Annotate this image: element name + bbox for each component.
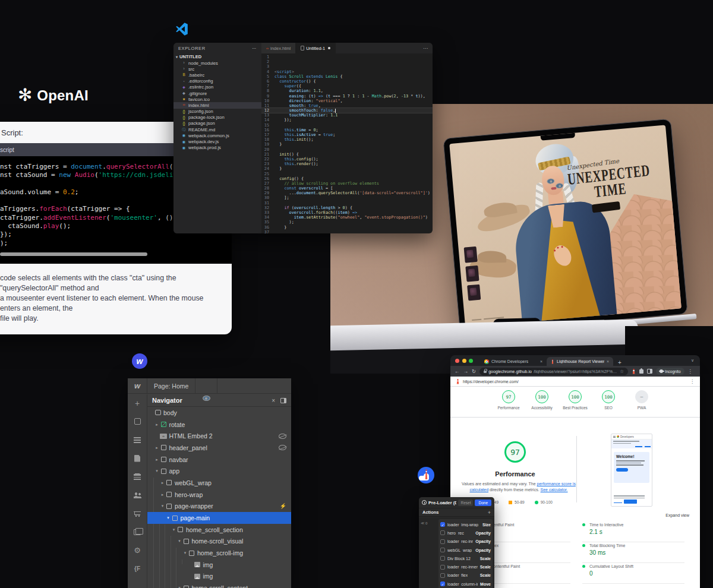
tab-lighthouse-report-viewer[interactable]: Lighthouse Report Viewer × [547,357,613,366]
tab-untitled-1[interactable]: Untitled-1 [296,43,336,53]
horizontal-scrollbar[interactable] [0,252,147,256]
tab-chrome-developers[interactable]: Chrome Developers × [480,357,547,366]
file-item[interactable]: ›node_modules [173,60,261,66]
action-checkbox[interactable] [440,548,445,552]
more-actions-icon[interactable]: ⋯ [252,46,257,51]
navigator-button[interactable] [132,435,143,445]
file-item[interactable]: ⓘREADME.md [173,127,261,132]
bookmark-star-icon[interactable]: ☆ [620,369,624,374]
action-row[interactable]: loader_rec-innerScale [440,562,491,571]
tree-row[interactable]: ▸navbar [147,454,291,466]
expand-arrow-icon[interactable]: ▾ [171,527,176,532]
action-row[interactable]: hero_recOpacity [440,529,491,537]
score-pwa[interactable]: —PWA [626,390,658,410]
expand-arrow-icon[interactable]: ▾ [166,516,171,520]
collapse-icon[interactable]: × [272,397,275,404]
action-row[interactable]: webGL_wrapOpacity [440,546,491,554]
file-item[interactable]: ◉webpack.common.js [173,132,261,138]
new-tab-button[interactable]: + [618,359,621,366]
tree-row[interactable]: body [147,407,291,419]
file-item[interactable]: {}jsconfig.json [173,109,261,115]
description-link[interactable]: See calculator. [541,488,568,492]
expand-view-link[interactable]: Expand view [665,513,689,517]
close-tab-icon[interactable]: × [540,359,542,363]
components-button[interactable] [132,416,143,426]
action-checkbox[interactable] [440,556,445,561]
file-item[interactable]: ◈.eslintrc.json [173,84,261,90]
editor-more-icon[interactable]: ⋯ [423,46,433,51]
code-editor[interactable]: 1234<script>5class Scroll extends Lenis … [261,53,433,233]
explorer-section-untitled[interactable]: UNTITLED [173,53,261,60]
performance-gauge[interactable]: 97 [504,441,526,463]
settings-button[interactable]: ⚙ [132,545,143,555]
tree-row[interactable]: ▸hero-wrap [147,489,291,501]
hidden-eye-icon[interactable] [279,445,286,450]
file-item[interactable]: ◦.editorconfig [173,78,261,84]
action-checkbox[interactable]: ✓ [440,522,445,527]
tree-row[interactable]: ▸webGL_wrap [147,477,291,489]
report-menu-icon[interactable]: ⋮ [690,379,695,384]
expand-arrow-icon[interactable]: ▸ [154,445,160,450]
action-row[interactable]: ✓loader_img-wrapSize [440,520,491,529]
webflow-menu-logo[interactable]: w [128,378,147,393]
address-bar[interactable]: googlechrome.github.io /lighthouse/viewe… [479,368,628,375]
dock-panel-icon[interactable] [280,398,286,403]
done-button[interactable]: Done [475,500,491,506]
hidden-eye-icon[interactable] [279,434,286,439]
lighthouse-extension-icon[interactable] [632,369,636,374]
tree-row[interactable]: ▾app [147,465,291,477]
tree-row[interactable]: ▾home_scroll_section [147,524,291,536]
minimize-window-button[interactable] [462,359,466,363]
action-checkbox[interactable] [440,573,445,578]
file-item[interactable]: ★favicon.ico [173,96,261,102]
forward-button[interactable]: → [463,368,469,374]
chrome-menu-icon[interactable]: ⋮ [688,369,693,374]
file-item[interactable]: {}package-lock.json [173,115,261,121]
assets-button[interactable] [132,527,143,537]
back-button[interactable]: ← [455,368,460,374]
tree-row[interactable]: ▾home-scroll_visual [147,536,291,548]
score-seo[interactable]: 100SEO [592,390,624,410]
expand-arrow-icon[interactable]: ▾ [160,504,165,508]
custom-code-button[interactable]: {F [132,564,143,574]
extensions-puzzle-icon[interactable] [639,369,643,374]
file-item[interactable]: ◉webpack.prod.js [173,145,261,151]
expand-arrow-icon[interactable]: ▸ [154,422,160,427]
tree-row[interactable]: img [147,571,291,583]
tree-row[interactable]: ▾page-wrapper⚡ [147,501,291,513]
add-element-button[interactable]: + [132,398,143,408]
expand-arrow-icon[interactable]: ▸ [154,457,160,462]
chevron-down-icon[interactable]: ∨ [691,358,694,363]
score-performance[interactable]: 97Performance [493,390,525,410]
tree-row[interactable]: img [147,559,291,571]
action-row[interactable]: loader_flexScale [440,571,491,580]
cms-button[interactable] [132,472,143,482]
preview-toggle[interactable] [195,378,217,393]
action-row[interactable]: loader_rec-innerOpacity [440,538,491,546]
file-item[interactable]: ◉webpack.dev.js [173,138,261,144]
file-item[interactable]: ›src [173,66,261,72]
action-row[interactable]: Div Block 12Scale [440,554,491,562]
side-panel-icon[interactable] [647,369,652,374]
action-checkbox[interactable] [440,539,445,544]
expand-arrow-icon[interactable]: ▾ [177,586,182,588]
tab-index-html[interactable]: ‹› index.html [261,43,296,53]
reload-button[interactable]: ↻ [472,368,476,374]
timeline-gutter[interactable]: ≪ 0 [419,517,438,588]
page-selector[interactable]: Page: Home [147,378,195,393]
expand-arrow-icon[interactable]: ▸ [160,492,165,497]
action-checkbox[interactable] [440,565,445,570]
tree-row[interactable]: ▾home-scroll_content [147,582,291,588]
zoom-window-button[interactable] [469,359,473,363]
expand-arrow-icon[interactable]: ▸ [160,480,165,485]
users-button[interactable] [132,490,143,500]
tree-row[interactable]: ▸header_panel [147,442,291,454]
file-item[interactable]: ◆.gitignore [173,90,261,96]
score-best-practices[interactable]: 100Best Practices [559,390,591,410]
action-checkbox[interactable] [440,530,445,535]
ecommerce-button[interactable] [132,508,143,519]
tree-row[interactable]: ▸rotate [147,419,291,431]
action-row[interactable]: ✓loader_column-innerMove [440,580,491,588]
expand-arrow-icon[interactable]: ▾ [182,551,188,555]
file-item[interactable]: B.babelrc [173,72,261,78]
